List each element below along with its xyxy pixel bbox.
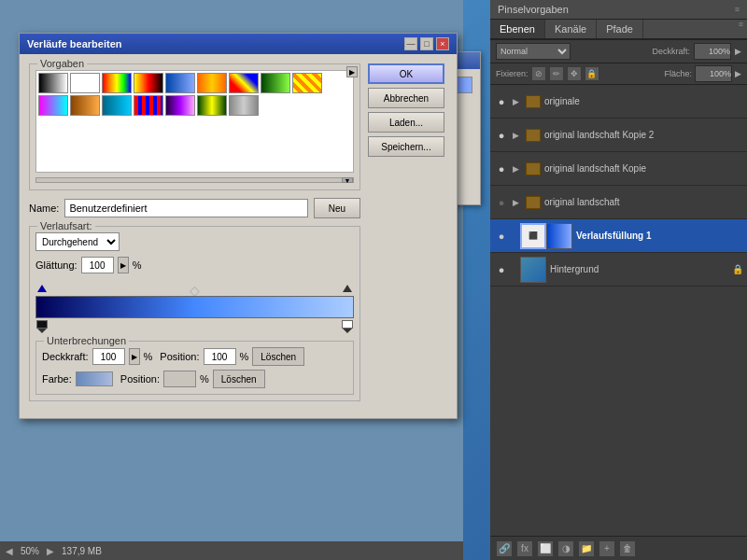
layer-name-kopie: original landschaft Kopie [544, 163, 743, 174]
preset-item-3[interactable] [134, 73, 163, 93]
new-layer-btn[interactable]: + [599, 540, 615, 557]
opacity-stops-row: ◇ [35, 283, 354, 296]
deckkraft-stepper[interactable]: ▶ [129, 348, 140, 365]
layer-name-verlauf: Verlaufsfüllung 1 [576, 231, 743, 241]
verlaufsart-label: Verlaufsart: [37, 220, 95, 231]
name-input[interactable]: Benutzerdefiniert [64, 199, 308, 217]
eye-icon-kopie2[interactable]: ● [494, 128, 509, 143]
add-style-btn[interactable]: fx [516, 540, 533, 557]
tab-ebenen[interactable]: Ebenen [490, 20, 545, 38]
position-label: Position: [160, 351, 199, 362]
unterbrechungen-inner: Deckkraft: ▶ % Position: % Löschen Farbe… [42, 347, 347, 388]
arrow-icon-originale[interactable]: ▶ [513, 97, 522, 106]
eye-icon-kopie[interactable]: ● [494, 161, 509, 176]
preset-item-9[interactable] [38, 95, 68, 116]
eye-icon-verlauf[interactable]: ● [494, 229, 509, 244]
arrow-icon-kopie2[interactable]: ▶ [513, 131, 522, 140]
preset-item-5[interactable] [197, 73, 227, 93]
glaettung-stepper[interactable]: ▶ [118, 257, 129, 273]
close-btn[interactable]: × [436, 37, 449, 50]
nav-right-icon[interactable]: ▶ [47, 546, 54, 556]
unterbrechungen-label: Unterbrechungen [44, 335, 129, 346]
presets-expand-btn[interactable]: ▶ [346, 66, 358, 77]
tab-kanaele[interactable]: Kanäle [545, 20, 597, 38]
opacity-stop-right[interactable] [343, 285, 352, 296]
ok-btn[interactable]: OK [368, 63, 444, 84]
add-mask-btn[interactable]: ⬜ [537, 540, 554, 557]
position-input[interactable] [204, 348, 236, 365]
preset-item-7[interactable] [261, 73, 290, 93]
blend-mode-select[interactable]: Normal [496, 43, 571, 60]
preset-item-15[interactable] [229, 95, 259, 116]
layer-row-orig[interactable]: ● ▶ original landschaft [490, 186, 747, 219]
preset-item-12[interactable] [134, 95, 163, 116]
color-stops-row [35, 318, 354, 333]
layer-name-originale: originale [544, 96, 743, 106]
link-layers-btn[interactable]: 🔗 [496, 540, 513, 557]
position-pct: % [240, 351, 249, 362]
preset-item-2[interactable] [102, 73, 132, 93]
preset-item-8[interactable] [292, 73, 322, 93]
lock-icon-hintergrund: 🔒 [732, 264, 743, 274]
eye-icon-hintergrund[interactable]: ● [494, 262, 509, 277]
minimize-btn[interactable]: — [404, 37, 417, 50]
color-stop-right[interactable] [343, 320, 352, 333]
loschen2-btn[interactable]: Löschen [213, 370, 265, 388]
position2-label: Position: [120, 373, 160, 385]
speichern-btn[interactable]: Speichern... [368, 136, 444, 157]
arrow-icon-orig[interactable]: ▶ [513, 198, 522, 207]
farbe-preview[interactable] [76, 371, 113, 386]
verlaufsart-select[interactable]: Durchgehend [35, 232, 120, 251]
panel-menu-icon[interactable]: ≡ [735, 5, 740, 14]
lock-paint-btn[interactable]: ✏ [549, 66, 564, 81]
loschen1-btn[interactable]: Löschen [252, 347, 304, 366]
delete-layer-btn[interactable]: 🗑 [619, 540, 636, 557]
new-folder-btn[interactable]: 📁 [578, 540, 595, 557]
preset-item-10[interactable] [70, 95, 100, 116]
color-stop-left[interactable] [37, 320, 47, 333]
nav-left-icon[interactable]: ◀ [6, 546, 13, 556]
dialog-buttons: OK Abbrechen Laden... Speichern... [368, 63, 447, 409]
lock-move-btn[interactable]: ✥ [567, 66, 582, 81]
lock-all-btn[interactable]: 🔒 [585, 66, 599, 81]
new-adj-btn[interactable]: ◑ [557, 540, 574, 557]
maximize-btn[interactable]: □ [420, 37, 433, 50]
folder-icon-orig [526, 196, 541, 209]
layer-row-verlauf[interactable]: ● ⬛ Verlaufsfüllung 1 [490, 219, 747, 253]
opacity-stop-left[interactable] [37, 285, 47, 296]
position2-input[interactable] [163, 371, 196, 387]
flaeche-stepper[interactable]: ▶ [735, 69, 741, 78]
layers-menu-icon[interactable]: ≡ [739, 20, 747, 38]
preset-item-1[interactable] [70, 73, 100, 93]
neu-btn[interactable]: Neu [314, 198, 360, 218]
tab-pfade[interactable]: Pfade [597, 20, 643, 38]
deckkraft-input[interactable] [92, 348, 125, 365]
layer-thumb-verlauf-gradient [546, 223, 572, 249]
preset-item-11[interactable] [102, 95, 132, 116]
abbrechen-btn[interactable]: Abbrechen [368, 88, 444, 108]
gradient-preview-bar[interactable] [35, 296, 354, 318]
flaeche-input[interactable] [695, 65, 732, 82]
preset-item-4[interactable] [165, 73, 195, 93]
eye-icon-orig[interactable]: ● [494, 195, 509, 210]
vorgaben-label: Vorgaben [37, 58, 87, 69]
opacity-input[interactable] [694, 43, 731, 60]
lock-transparent-btn[interactable]: ⊘ [531, 66, 546, 81]
eye-icon-originale[interactable]: ● [494, 94, 509, 109]
dialog-title: Verläufe bearbeiten [27, 38, 122, 49]
laden-btn[interactable]: Laden... [368, 112, 444, 133]
preset-item-13[interactable] [165, 95, 195, 116]
arrow-icon-kopie[interactable]: ▶ [513, 164, 522, 174]
layer-row-kopie[interactable]: ● ▶ original landschaft Kopie [490, 152, 747, 186]
preset-item-6[interactable] [229, 73, 259, 93]
layer-row-kopie2[interactable]: ● ▶ original landschaft Kopie 2 [490, 119, 747, 152]
preset-item-0[interactable] [38, 73, 68, 93]
preset-item-14[interactable] [197, 95, 227, 116]
farbe-row: Farbe: Position: % Löschen [42, 370, 347, 388]
folder-icon-originale [526, 95, 541, 108]
name-label: Name: [29, 203, 59, 214]
glaettung-input[interactable] [81, 257, 114, 273]
layer-row-originale[interactable]: ● ▶ originale [490, 85, 747, 119]
opacity-stepper[interactable]: ▶ [735, 47, 741, 56]
layer-row-hintergrund[interactable]: ● Hintergrund 🔒 [490, 253, 747, 287]
